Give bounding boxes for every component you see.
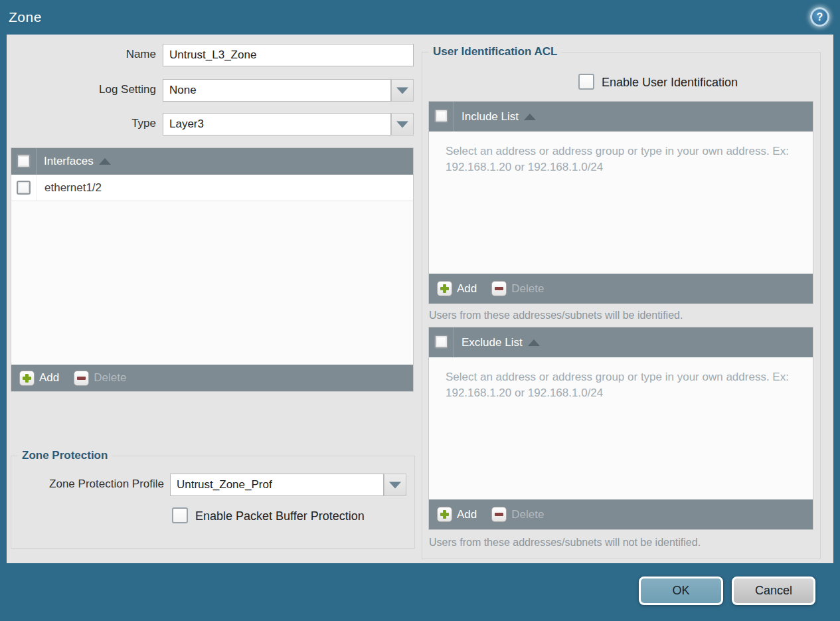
include-add-button[interactable]: Add — [437, 281, 477, 296]
cancel-button[interactable]: Cancel — [732, 577, 815, 605]
enable-user-identification-label: Enable User Identification — [602, 76, 738, 90]
include-select-all-checkbox[interactable] — [434, 109, 448, 123]
exclude-list-header-label: Exclude List — [462, 336, 523, 349]
zone-protection-profile-dropdown[interactable]: Untrust_Zone_Prof — [170, 474, 384, 496]
add-button-label: Add — [457, 282, 477, 296]
zone-protection-profile-dropdown-arrow-icon[interactable] — [384, 474, 406, 496]
type-dropdown[interactable]: Layer3 — [163, 113, 391, 135]
sort-ascending-icon — [99, 158, 111, 165]
exclude-list-caption: Users from these addresses/subnets will … — [429, 537, 701, 549]
log-setting-label: Log Setting — [7, 83, 156, 96]
exclude-select-all-checkbox[interactable] — [434, 335, 448, 349]
interfaces-header-checkbox-cell — [11, 148, 37, 175]
interface-name: ethernet1/2 — [44, 181, 102, 195]
enable-user-identification-checkbox[interactable] — [578, 74, 594, 90]
interfaces-header-label: Interfaces — [44, 155, 94, 168]
name-input[interactable] — [163, 44, 414, 66]
include-list-header[interactable]: Include List — [429, 102, 813, 132]
zone-protection-profile-label: Zone Protection Profile — [15, 478, 164, 491]
name-label: Name — [7, 48, 156, 61]
interfaces-grid-toolbar: Add Delete — [11, 365, 413, 391]
add-plus-icon — [437, 281, 452, 296]
help-icon[interactable]: ? — [810, 7, 829, 27]
include-list-placeholder: Select an address or address group or ty… — [446, 143, 798, 175]
type-dropdown-arrow-icon[interactable] — [391, 113, 414, 135]
delete-button-label: Delete — [511, 282, 544, 296]
interface-row-checkbox[interactable] — [17, 181, 31, 195]
log-setting-dropdown[interactable]: None — [163, 79, 391, 102]
exclude-list-header[interactable]: Exclude List — [429, 327, 813, 357]
zone-dialog-body: Name Log Setting None Type Layer3 Interf… — [7, 35, 833, 563]
include-list-header-label: Include List — [462, 110, 519, 124]
dialog-titlebar: Zone ? — [0, 0, 840, 35]
delete-minus-icon — [74, 371, 89, 386]
exclude-list-grid: Exclude List Select an address or addres… — [428, 327, 813, 530]
include-list-toolbar: Add Delete — [429, 274, 813, 304]
interfaces-select-all-checkbox[interactable] — [17, 154, 31, 168]
add-plus-icon — [19, 371, 35, 386]
add-button-label: Add — [39, 371, 59, 385]
include-header-checkbox-cell — [429, 102, 454, 132]
ok-button[interactable]: OK — [639, 577, 723, 605]
include-list-grid: Include List Select an address or addres… — [428, 101, 813, 304]
exclude-delete-button[interactable]: Delete — [491, 507, 544, 522]
enable-packet-buffer-protection-label: Enable Packet Buffer Protection — [195, 509, 365, 523]
exclude-list-placeholder: Select an address or address group or ty… — [446, 369, 798, 401]
interfaces-delete-button[interactable]: Delete — [74, 371, 126, 386]
interface-row[interactable]: ethernet1/2 — [11, 175, 413, 201]
delete-minus-icon — [491, 507, 507, 522]
zone-protection-group: Zone Protection — [11, 456, 415, 549]
include-list-caption: Users from these addresses/subnets will … — [429, 310, 683, 321]
zone-protection-legend: Zone Protection — [18, 449, 112, 462]
add-button-label: Add — [457, 508, 477, 521]
dialog-title: Zone — [9, 9, 42, 25]
exclude-add-button[interactable]: Add — [437, 507, 477, 522]
interfaces-grid: Interfaces ethernet1/2 Add Delete — [11, 147, 414, 392]
sort-ascending-icon — [524, 114, 536, 120]
interfaces-grid-header[interactable]: Interfaces — [11, 148, 413, 175]
delete-button-label: Delete — [511, 508, 544, 521]
delete-button-label: Delete — [94, 371, 126, 385]
user-identification-acl-legend: User Identification ACL — [429, 45, 561, 58]
row-divider — [37, 175, 37, 201]
log-setting-dropdown-arrow-icon[interactable] — [391, 79, 414, 102]
exclude-header-checkbox-cell — [429, 327, 454, 357]
delete-minus-icon — [491, 281, 507, 296]
add-plus-icon — [437, 507, 452, 522]
enable-packet-buffer-protection-checkbox[interactable] — [172, 507, 188, 523]
include-delete-button[interactable]: Delete — [491, 281, 544, 296]
exclude-list-toolbar: Add Delete — [429, 499, 813, 529]
sort-ascending-icon — [528, 339, 540, 346]
type-label: Type — [7, 117, 156, 130]
interfaces-add-button[interactable]: Add — [19, 371, 59, 386]
